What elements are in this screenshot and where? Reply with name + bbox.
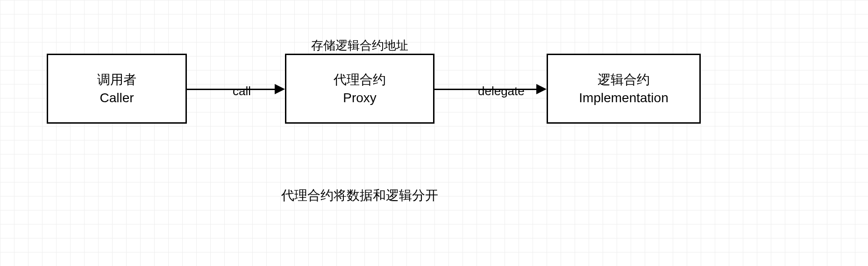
- arrow-call-label: call: [233, 84, 251, 98]
- caller-label-en: Caller: [100, 89, 134, 107]
- implementation-box: 逻辑合约 Implementation: [547, 54, 701, 124]
- proxy-box: 代理合约 Proxy: [285, 54, 434, 124]
- arrow-delegate-label: delegate: [478, 84, 525, 98]
- diagram-caption: 代理合约将数据和逻辑分开: [280, 187, 439, 204]
- proxy-label-cn: 代理合约: [334, 70, 386, 89]
- proxy-label-en: Proxy: [343, 89, 377, 107]
- implementation-label-cn: 逻辑合约: [598, 70, 650, 89]
- caller-box: 调用者 Caller: [47, 54, 187, 124]
- implementation-label-en: Implementation: [579, 89, 668, 107]
- proxy-annotation: 存储逻辑合约地址: [308, 37, 411, 54]
- caller-label-cn: 调用者: [97, 70, 136, 89]
